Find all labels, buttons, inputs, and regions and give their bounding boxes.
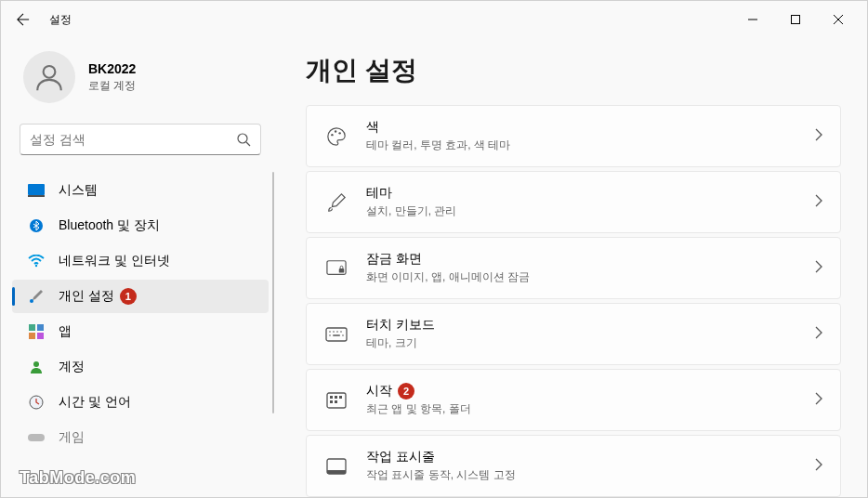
chevron-right-icon [814,194,823,211]
svg-point-30 [342,334,344,336]
sidebar-item-label: 게임 [59,429,85,446]
close-button[interactable] [817,5,860,34]
chevron-right-icon [814,326,823,343]
brush-icon [323,190,349,216]
svg-point-11 [30,299,33,303]
palette-icon [323,124,349,150]
main-panel: 개인 설정 색 테마 컬러, 투명 효과, 색 테마 테마 설치, 만들기, 관… [280,38,867,497]
account-icon [27,358,46,376]
card-touch-keyboard[interactable]: 터치 키보드 테마, 크기 [306,303,841,365]
card-subtitle: 최근 앱 및 항목, 폴더 [366,401,814,417]
avatar [23,51,75,103]
svg-point-4 [44,66,56,78]
keyboard-icon [323,321,349,347]
svg-rect-33 [330,396,333,399]
search-input[interactable] [30,132,236,147]
sidebar-item-time[interactable]: 시간 및 언어 [12,386,269,419]
sidebar-item-label: Bluetooth 및 장치 [59,217,160,234]
lock-icon [323,256,349,282]
user-type: 로컬 계정 [88,78,136,94]
svg-rect-36 [330,400,333,403]
svg-point-20 [335,130,336,132]
card-title: 테마 [366,185,392,202]
svg-rect-39 [327,470,346,474]
user-section[interactable]: BK2022 로컬 계정 [8,38,272,120]
sidebar-item-label: 시간 및 언어 [59,394,131,411]
sidebar-item-label: 앱 [59,323,72,340]
card-title: 터치 키보드 [366,317,435,334]
maximize-button[interactable] [774,5,817,34]
apps-icon [27,322,46,341]
titlebar: 설정 [1,1,867,38]
sidebar-item-label: 시스템 [59,182,98,199]
svg-rect-7 [28,184,45,195]
sidebar-item-apps[interactable]: 앱 [12,315,269,348]
window-controls [731,5,860,34]
svg-point-26 [333,331,335,333]
card-start[interactable]: 시작 2 최근 앱 및 항목, 폴더 [306,369,841,431]
svg-rect-31 [333,334,340,336]
sidebar-item-personalization[interactable]: 개인 설정 1 [12,280,269,313]
svg-rect-37 [335,400,337,403]
card-colors[interactable]: 색 테마 컬러, 투명 효과, 색 테마 [306,105,841,167]
svg-point-25 [329,331,331,333]
sidebar-item-network[interactable]: 네트워크 및 인터넷 [12,244,269,278]
sidebar-item-label: 네트워크 및 인터넷 [59,253,170,269]
system-icon [27,181,46,200]
svg-rect-23 [339,269,345,273]
bluetooth-icon [27,216,46,235]
sidebar-item-bluetooth[interactable]: Bluetooth 및 장치 [12,209,269,242]
sidebar-item-system[interactable]: 시스템 [12,174,269,207]
sidebar-item-label: 계정 [59,359,85,375]
search-box[interactable] [20,124,261,155]
wifi-icon [27,252,46,270]
chevron-right-icon [814,392,823,409]
card-subtitle: 작업 표시줄 동작, 시스템 고정 [366,467,814,483]
svg-rect-35 [339,396,342,399]
svg-line-6 [246,142,250,146]
card-lockscreen[interactable]: 잠금 화면 화면 이미지, 앱, 애니메이션 잠금 [306,237,841,299]
chevron-right-icon [814,260,823,277]
app-title: 설정 [49,12,72,28]
svg-rect-12 [29,324,35,331]
card-taskbar[interactable]: 작업 표시줄 작업 표시줄 동작, 시스템 고정 [306,435,841,497]
arrow-left-icon [17,13,30,26]
svg-rect-18 [28,434,45,441]
svg-rect-13 [37,324,44,331]
back-button[interactable] [8,5,38,34]
search-icon [236,132,251,147]
chevron-right-icon [814,458,823,475]
svg-rect-34 [335,396,337,399]
card-title: 잠금 화면 [366,251,422,268]
taskbar-icon [323,453,349,479]
svg-point-28 [340,331,342,333]
sidebar-item-accounts[interactable]: 계정 [12,350,269,384]
annotation-badge: 2 [398,383,414,400]
card-subtitle: 테마 컬러, 투명 효과, 색 테마 [366,138,814,153]
svg-point-19 [331,133,333,135]
minimize-button[interactable] [731,5,774,34]
close-icon [834,15,843,24]
chevron-right-icon [814,128,823,145]
brush-icon [27,287,46,306]
page-title: 개인 설정 [306,53,841,88]
svg-point-27 [336,331,338,333]
svg-rect-8 [28,195,45,197]
card-subtitle: 테마, 크기 [366,335,814,351]
card-subtitle: 화면 이미지, 앱, 애니메이션 잠금 [366,269,814,285]
svg-rect-1 [792,16,800,24]
svg-point-10 [35,265,37,267]
clock-icon [27,393,46,412]
svg-rect-24 [326,328,347,341]
card-title: 색 [366,119,379,136]
scrollbar[interactable] [272,172,274,413]
sidebar-item-gaming[interactable]: 게임 [12,421,269,454]
start-icon [323,387,349,413]
svg-point-29 [329,334,331,336]
card-themes[interactable]: 테마 설치, 만들기, 관리 [306,171,841,233]
nav-list: 시스템 Bluetooth 및 장치 네트워크 및 인터넷 개인 설정 1 앱 [8,172,272,497]
svg-point-5 [238,134,247,143]
annotation-badge: 1 [120,288,137,305]
svg-rect-14 [29,333,35,339]
gaming-icon [27,428,46,447]
